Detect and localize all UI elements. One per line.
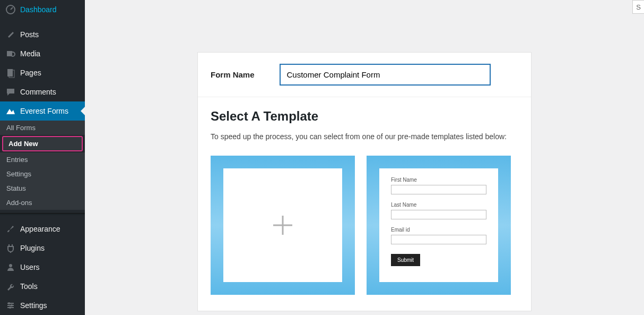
sidebar-item-pages[interactable]: Pages	[0, 63, 85, 82]
sidebar-item-tools[interactable]: Tools	[0, 277, 85, 296]
admin-sidebar: Dashboard Posts Media Pages Comments Eve…	[0, 0, 85, 315]
sidebar-item-settings[interactable]: Settings	[0, 296, 85, 315]
template-contact-form[interactable]: First Name Last Name Email id Submit	[367, 156, 511, 295]
form-name-label: Form Name	[211, 70, 255, 79]
preview-input-box	[391, 210, 486, 219]
everest-forms-icon	[5, 106, 16, 116]
svg-point-6	[8, 302, 10, 304]
template-blank[interactable]	[211, 156, 355, 295]
submenu-status[interactable]: Status	[0, 181, 85, 195]
sidebar-item-label: Settings	[20, 301, 47, 310]
dashboard-icon	[5, 4, 16, 15]
form-name-row: Form Name	[198, 53, 531, 97]
sidebar-item-appearance[interactable]: Appearance	[0, 219, 85, 239]
sidebar-item-users[interactable]: Users	[0, 258, 85, 277]
section-heading: Select A Template	[211, 109, 518, 124]
page-icon	[5, 67, 16, 78]
preview-field-last-name: Last Name	[391, 202, 486, 219]
sidebar-item-label: Tools	[20, 282, 38, 291]
preview-input-box	[391, 185, 486, 194]
sidebar-item-label: Appearance	[20, 225, 60, 233]
template-contact-preview: First Name Last Name Email id Submit	[379, 168, 498, 282]
new-form-card: Form Name Select A Template To speed up …	[197, 52, 532, 311]
sidebar-item-label: Posts	[20, 30, 39, 39]
pin-icon	[5, 29, 16, 40]
screen-options-toggle[interactable]: S	[632, 0, 644, 14]
sidebar-item-media[interactable]: Media	[0, 44, 85, 63]
sidebar-item-label: Users	[20, 263, 40, 271]
submenu-settings[interactable]: Settings	[0, 167, 85, 181]
comment-icon	[5, 87, 16, 97]
form-name-input[interactable]	[280, 64, 490, 85]
plus-icon	[272, 215, 293, 236]
preview-field-first-name: First Name	[391, 177, 486, 194]
preview-label: Last Name	[391, 202, 486, 208]
sidebar-item-plugins[interactable]: Plugins	[0, 239, 85, 258]
template-list: First Name Last Name Email id Submit	[211, 156, 518, 295]
media-icon	[5, 48, 16, 59]
users-icon	[5, 262, 16, 273]
template-section: Select A Template To speed up the proces…	[198, 97, 531, 311]
sidebar-item-label: Comments	[20, 88, 56, 96]
sidebar-item-label: Dashboard	[20, 5, 57, 14]
preview-submit-button: Submit	[391, 254, 420, 266]
preview-field-email: Email id	[391, 227, 486, 244]
section-description: To speed up the process, you can select …	[211, 132, 518, 141]
tools-icon	[5, 281, 16, 292]
preview-label: Email id	[391, 227, 486, 233]
submenu-all-forms[interactable]: All Forms	[0, 121, 85, 135]
sidebar-item-label: Media	[20, 49, 40, 58]
plugin-icon	[5, 243, 16, 253]
sidebar-item-label: Everest Forms	[20, 107, 68, 115]
svg-point-5	[9, 264, 12, 267]
preview-input-box	[391, 235, 486, 244]
sidebar-item-everest-forms[interactable]: Everest Forms	[0, 101, 85, 121]
svg-point-8	[9, 307, 11, 309]
settings-icon	[5, 300, 16, 311]
svg-point-7	[11, 304, 13, 307]
brush-icon	[5, 224, 16, 234]
preview-label: First Name	[391, 177, 486, 183]
sidebar-item-label: Pages	[20, 69, 41, 77]
submenu-add-ons[interactable]: Add-ons	[0, 195, 85, 210]
template-blank-inner	[223, 168, 342, 282]
submenu-add-new[interactable]: Add New	[2, 136, 83, 151]
sidebar-item-comments[interactable]: Comments	[0, 82, 85, 101]
submenu-entries[interactable]: Entries	[0, 152, 85, 167]
sidebar-item-dashboard[interactable]: Dashboard	[0, 0, 85, 19]
sidebar-item-label: Plugins	[20, 244, 45, 252]
main-content: S Form Name Select A Template To speed u…	[85, 0, 644, 315]
sidebar-item-posts[interactable]: Posts	[0, 25, 85, 44]
